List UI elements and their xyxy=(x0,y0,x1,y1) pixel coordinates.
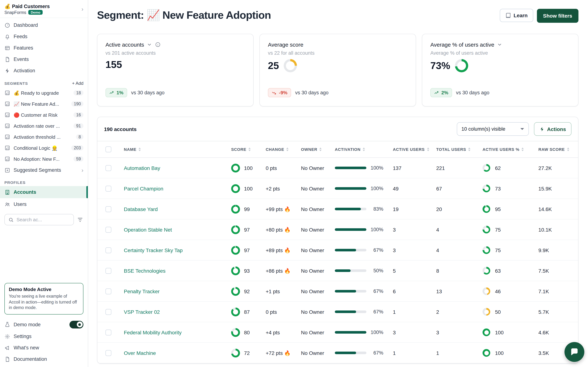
column-header-score[interactable]: SCORE xyxy=(228,147,263,151)
help-chat-fab[interactable] xyxy=(564,342,584,362)
table-row[interactable]: Operation Stable Net 97 +80 pts 🔥 No Own… xyxy=(97,219,578,240)
filter-icon[interactable] xyxy=(77,216,83,223)
sidebar-footer: Settings What's new Documentation xyxy=(0,331,88,367)
active-users-pct-ring xyxy=(483,246,490,254)
active-users-donut xyxy=(455,59,468,72)
row-checkbox[interactable] xyxy=(105,165,111,171)
row-checkbox[interactable] xyxy=(105,288,111,294)
table-row[interactable]: Parcel Champion 100 +2 pts No Owner 100%… xyxy=(97,178,578,199)
activation-bar xyxy=(335,269,366,272)
account-link[interactable]: Federal Mobility Authority xyxy=(124,329,182,335)
table-row[interactable]: Automation Bay 100 0 pts No Owner 100% 1… xyxy=(97,158,578,178)
workspace-switcher[interactable]: 💰 Paid Customers SnapForms Demo › xyxy=(0,0,88,18)
table-row[interactable]: Over Machine 72 +72 pts 🔥 No Owner 67% 1… xyxy=(97,343,578,363)
column-header-name[interactable]: NAME xyxy=(121,147,228,151)
row-checkbox[interactable] xyxy=(105,329,111,335)
sidebar-item-settings[interactable]: Settings xyxy=(0,331,88,342)
table-row[interactable]: Certainty Tracker Sky Tap 97 +89 pts 🔥 N… xyxy=(97,240,578,261)
sort-icon xyxy=(138,148,141,151)
row-checkbox[interactable] xyxy=(105,206,111,212)
chevron-down-icon[interactable] xyxy=(497,42,503,48)
info-icon[interactable] xyxy=(155,42,161,48)
column-header-active-users[interactable]: ACTIVE USERS xyxy=(390,147,433,151)
sidebar-item-dashboard[interactable]: Dashboard xyxy=(0,19,88,31)
change-value: +1 pts xyxy=(263,288,298,294)
row-checkbox[interactable] xyxy=(105,227,111,233)
segment-icon xyxy=(4,90,10,96)
column-header-owner[interactable]: OWNER xyxy=(298,147,332,151)
row-checkbox[interactable] xyxy=(105,309,111,315)
segment-item-ready-to-upgrade[interactable]: 💰 Ready to upgrade 18 xyxy=(0,87,88,98)
column-header-activation[interactable]: ACTIVATION xyxy=(332,147,390,151)
score-ring xyxy=(231,266,240,275)
account-link[interactable]: VSP Tracker 02 xyxy=(124,309,160,315)
sidebar-item-activation[interactable]: Activation xyxy=(0,65,88,76)
table-row[interactable]: Federal Mobility Authority 80 +4 pts No … xyxy=(97,322,578,343)
sidebar-item-events[interactable]: Events xyxy=(0,54,88,65)
sidebar-search[interactable] xyxy=(4,214,74,225)
actions-button[interactable]: Actions xyxy=(534,122,571,136)
row-checkbox[interactable] xyxy=(105,350,111,356)
account-link[interactable]: Operation Stable Net xyxy=(124,227,172,233)
segment-item-activation-threshold[interactable]: Activation threshold ... 8 xyxy=(0,131,88,142)
sidebar-item-suggested-segments[interactable]: Suggested Segments › xyxy=(0,164,88,176)
segment-item-new-feature-ad[interactable]: 📈 New Feature Ad... 190 xyxy=(0,98,88,109)
show-filters-button[interactable]: Show filters xyxy=(537,9,579,23)
segment-item-activation-rate-over[interactable]: Activation rate over ... 91 xyxy=(0,120,88,131)
activation-pct: 83% xyxy=(366,206,383,212)
raw-score-value: 5.7K xyxy=(536,309,578,315)
segment-list: 💰 Ready to upgrade 18 📈 New Feature Ad..… xyxy=(0,87,88,164)
sidebar-item-features[interactable]: Features xyxy=(0,42,88,54)
learn-button[interactable]: Learn xyxy=(500,9,533,22)
sidebar-item-documentation[interactable]: Documentation xyxy=(0,353,88,365)
table-row[interactable]: VSP Tracker 02 87 0 pts No Owner 67% 1 2… xyxy=(97,302,578,322)
table-row[interactable]: BSE Technologies 93 +86 pts 🔥 No Owner 5… xyxy=(97,261,578,281)
table-row[interactable]: Penalty Tracker 92 +1 pts No Owner 67% 6… xyxy=(97,281,578,302)
column-header-change[interactable]: CHANGE xyxy=(263,147,298,151)
active-users-pct-value: 100 xyxy=(495,329,504,335)
account-link[interactable]: Certainty Tracker Sky Tap xyxy=(124,247,183,253)
column-header-raw-score[interactable]: RAW SCORE xyxy=(536,147,578,151)
activation-bar xyxy=(335,208,366,210)
sidebar: 💰 Paid Customers SnapForms Demo › Dashbo… xyxy=(0,0,88,367)
account-link[interactable]: Parcel Champion xyxy=(124,185,163,192)
account-link[interactable]: Database Yard xyxy=(124,206,158,212)
profiles-header: PROFILES xyxy=(0,180,88,185)
account-link[interactable]: Automation Bay xyxy=(124,165,160,171)
demo-mode-notice: Demo Mode Active You're seeing a live ex… xyxy=(4,283,83,315)
search-input[interactable] xyxy=(17,217,70,222)
activation-bar xyxy=(335,167,366,169)
row-checkbox[interactable] xyxy=(105,247,111,253)
account-link[interactable]: Penalty Tracker xyxy=(124,288,160,294)
activation-bar xyxy=(335,310,366,313)
active-users-pct-value: 75 xyxy=(495,247,501,253)
segment-item-no-adoption-new-f[interactable]: No Adoption: New F... 59 xyxy=(0,153,88,164)
segment-item-conditional-logic[interactable]: Conditional Logic 👷 203 xyxy=(0,142,88,153)
chevron-down-icon[interactable] xyxy=(147,42,153,48)
activation-pct: 50% xyxy=(366,268,383,273)
columns-visible-select[interactable]: 10 column(s) visible xyxy=(457,122,529,136)
score-ring xyxy=(231,246,240,255)
sidebar-item-users[interactable]: Users xyxy=(0,198,88,210)
column-header-active-users[interactable]: ACTIVE USERS % xyxy=(480,147,536,151)
select-all-checkbox[interactable] xyxy=(105,146,111,152)
activation-pct: 100% xyxy=(366,186,383,191)
demo-mode-toggle[interactable] xyxy=(69,321,83,328)
row-checkbox[interactable] xyxy=(105,185,111,192)
sidebar-item-accounts[interactable]: Accounts xyxy=(0,186,88,198)
total-users-value: 4 xyxy=(433,227,480,233)
owner-value: No Owner xyxy=(298,247,332,253)
chevron-right-icon: › xyxy=(81,6,83,12)
activation-bar xyxy=(335,351,366,354)
row-checkbox[interactable] xyxy=(105,268,111,274)
add-segment-button[interactable]: + Add xyxy=(72,81,83,86)
segment-item-customer-at-risk[interactable]: 🔴 Customer at Risk 16 xyxy=(0,109,88,120)
table-row[interactable]: Database Yard 99 +99 pts 🔥 No Owner 83% … xyxy=(97,199,578,219)
sidebar-item-feeds[interactable]: Feeds xyxy=(0,31,88,42)
segment-count: 8 xyxy=(76,134,83,140)
account-link[interactable]: Over Machine xyxy=(124,350,156,356)
sidebar-item-what-s-new[interactable]: What's new xyxy=(0,342,88,353)
account-link[interactable]: BSE Technologies xyxy=(124,268,165,274)
column-header-total-users[interactable]: TOTAL USERS xyxy=(433,147,480,151)
change-value: +99 pts 🔥 xyxy=(263,206,298,212)
